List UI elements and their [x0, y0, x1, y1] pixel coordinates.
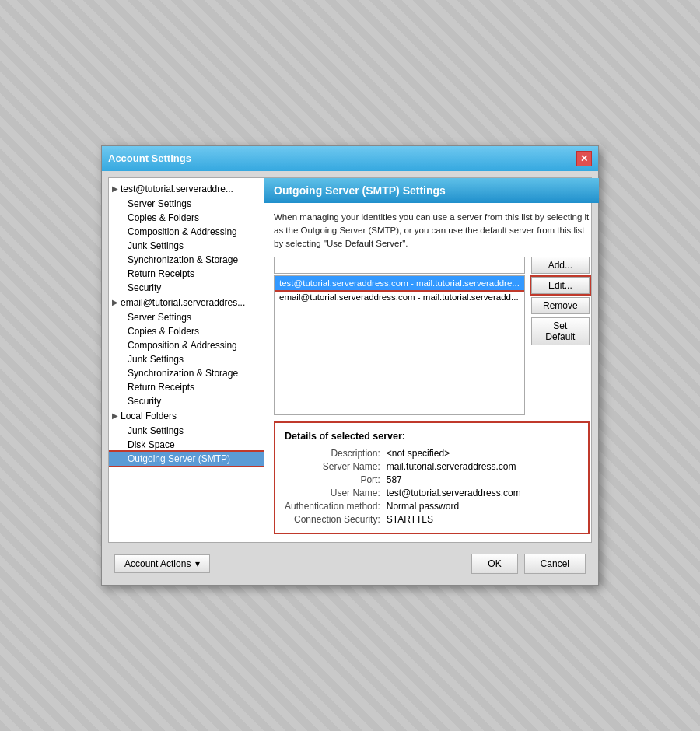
set-default-button[interactable]: Set Default: [531, 317, 590, 345]
main-content: ▶ test@tutorial.serveraddre... Server Se…: [108, 177, 592, 544]
smtp-server-item-1[interactable]: email@tutorial.serveraddress.com - mail.…: [275, 290, 524, 304]
panel-header: Outgoing Server (SMTP) Settings: [264, 178, 599, 203]
detail-label-1: Server Name:: [285, 461, 380, 472]
account2-label: email@tutorial.serveraddres...: [121, 297, 245, 308]
detail-label-3: User Name:: [285, 488, 380, 498]
account2-return-receipts[interactable]: Return Receipts: [109, 380, 264, 394]
account1-copies-folders[interactable]: Copies & Folders: [109, 211, 264, 225]
detail-value-3: test@tutorial.serveraddress.com: [387, 488, 579, 498]
ok-button[interactable]: OK: [471, 554, 517, 574]
smtp-buttons: Add... Edit... Remove Set Default: [531, 257, 590, 345]
panel-body: When managing your identities you can us…: [264, 203, 599, 543]
local-folders-junk[interactable]: Junk Settings: [109, 424, 264, 438]
description-text: When managing your identities you can us…: [274, 211, 590, 251]
account1-sync-storage[interactable]: Synchronization & Storage: [109, 253, 264, 267]
detail-label-5: Connection Security:: [285, 514, 380, 525]
dropdown-arrow-icon: ▾: [195, 558, 200, 569]
smtp-list-container: test@tutorial.serveraddress.com - mail.t…: [274, 257, 525, 415]
dialog-buttons: OK Cancel: [471, 554, 586, 574]
window-body: ▶ test@tutorial.serveraddre... Server Se…: [102, 171, 598, 586]
smtp-search-input[interactable]: [274, 257, 525, 274]
account1-label: test@tutorial.serveraddre...: [121, 184, 233, 194]
right-panel: Outgoing Server (SMTP) Settings When man…: [264, 178, 599, 543]
detail-value-5: STARTTLS: [387, 514, 579, 525]
account2-copies-folders[interactable]: Copies & Folders: [109, 324, 264, 338]
add-button[interactable]: Add...: [531, 257, 590, 274]
bottom-bar: Account Actions ▾ OK Cancel: [108, 549, 592, 579]
account1-server-settings[interactable]: Server Settings: [109, 197, 264, 211]
detail-label-4: Authentication method:: [285, 501, 380, 512]
account1-composition-addressing[interactable]: Composition & Addressing: [109, 225, 264, 239]
smtp-server-item-0[interactable]: test@tutorial.serveraddress.com - mail.t…: [275, 276, 524, 290]
details-box: Details of selected server: Description:…: [274, 421, 590, 534]
detail-value-4: Normal password: [387, 501, 579, 512]
detail-value-0: <not specified>: [387, 448, 579, 459]
account-actions-label: Account Actions: [124, 558, 191, 569]
smtp-list-area: test@tutorial.serveraddress.com - mail.t…: [274, 257, 590, 415]
account1-return-receipts[interactable]: Return Receipts: [109, 267, 264, 281]
account1-security[interactable]: Security: [109, 281, 264, 295]
account2-composition-addressing[interactable]: Composition & Addressing: [109, 338, 264, 352]
detail-label-0: Description:: [285, 448, 380, 459]
detail-value-1: mail.tutorial.serveraddress.com: [387, 461, 579, 472]
account1-root[interactable]: ▶ test@tutorial.serveraddre...: [109, 181, 264, 197]
cancel-button[interactable]: Cancel: [524, 554, 586, 574]
triangle-icon2: ▶: [112, 298, 118, 306]
triangle-icon3: ▶: [112, 411, 118, 420]
account-actions-button[interactable]: Account Actions ▾: [114, 554, 210, 573]
outgoing-server-smtp-item[interactable]: Outgoing Server (SMTP): [109, 452, 264, 466]
detail-value-2: 587: [387, 474, 579, 485]
triangle-icon1: ▶: [112, 184, 118, 193]
title-bar: Account Settings ✕: [102, 146, 598, 171]
smtp-server-list: test@tutorial.serveraddress.com - mail.t…: [274, 275, 525, 415]
details-title: Details of selected server:: [285, 431, 579, 442]
account-settings-window: Account Settings ✕ ▶ test@tutorial.serve…: [101, 145, 599, 586]
window-title: Account Settings: [108, 152, 191, 164]
left-panel: ▶ test@tutorial.serveraddre... Server Se…: [109, 178, 264, 543]
edit-button[interactable]: Edit...: [531, 277, 590, 294]
local-folders-label: Local Folders: [121, 411, 177, 421]
close-button[interactable]: ✕: [576, 151, 592, 166]
account2-junk-settings[interactable]: Junk Settings: [109, 352, 264, 366]
remove-button[interactable]: Remove: [531, 297, 590, 314]
local-folders-disk-space[interactable]: Disk Space: [109, 438, 264, 452]
account2-root[interactable]: ▶ email@tutorial.serveraddres...: [109, 295, 264, 310]
local-folders-root[interactable]: ▶ Local Folders: [109, 408, 264, 424]
detail-label-2: Port:: [285, 474, 380, 485]
account1-junk-settings[interactable]: Junk Settings: [109, 239, 264, 253]
account2-server-settings[interactable]: Server Settings: [109, 310, 264, 324]
account2-sync-storage[interactable]: Synchronization & Storage: [109, 366, 264, 380]
details-grid: Description: <not specified> Server Name…: [285, 448, 579, 525]
account2-security[interactable]: Security: [109, 394, 264, 408]
